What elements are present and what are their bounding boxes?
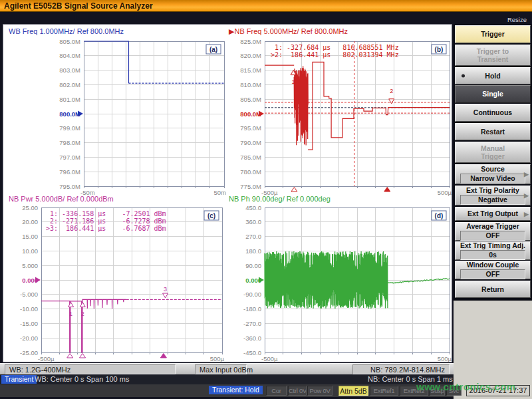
softkey-label: Continuous <box>473 108 512 117</box>
marker-readout-line: 2: -271.186 µs -6.7278 dBm <box>46 217 166 225</box>
sidebar-button-trigger[interactable]: Trigger <box>455 25 531 43</box>
status-indicator-extref1: ExtRef1 <box>370 386 398 396</box>
window-titlebar: Agilent E5052B Signal Source Analyzer <box>0 0 532 12</box>
softkey-value: Negative <box>460 195 525 205</box>
trigger-state-badge: Transient: Hold <box>209 386 263 394</box>
sidebar-button-ext-trig-timing-adj-[interactable]: Ext Trig Timing Adj.0s <box>455 241 531 260</box>
softkey-label: Transient <box>477 55 509 64</box>
marker-readout-b: 1: -327.684 µs 816.688551 MHz>2: 186.441… <box>271 44 399 59</box>
status-indicator-cor: Cor <box>266 386 287 396</box>
sidebar-button-continuous[interactable]: Continuous <box>455 104 531 122</box>
nb-range-readout: NB: 789.2M-814.8MHz <box>352 364 450 374</box>
marker-readout-line: >2: 186.441 µs 802.031394 MHz <box>271 51 399 59</box>
submenu-arrow-icon: ▶ <box>524 209 529 218</box>
sidebar-button-window-couple[interactable]: Window CoupleOFF <box>455 261 531 279</box>
plot-d-title: NB Ph 90.00deg/ Ref 0.000deg <box>229 195 331 203</box>
marker-readout-line: >3: 186.441 µs -6.7687 dBm <box>46 225 166 232</box>
sidebar-button-restart[interactable]: Restart <box>455 123 531 140</box>
wb-range-readout: WB: 1.2G-400MHz <box>5 364 176 374</box>
softkey-label: Trigger <box>481 152 505 161</box>
marker-readout-c: 1: -336.158 µs -7.2501 dBm 2: -271.186 µ… <box>46 210 166 232</box>
sidebar-button-trigger-to: Trigger toTransient <box>455 45 531 66</box>
max-input-readout: Max Input 0dBm <box>195 364 247 374</box>
watermark: www.cntronics.com <box>416 381 516 392</box>
softkey-label: Restart <box>481 128 505 136</box>
softkey-label: Manual <box>481 144 505 153</box>
softkey-label: Single <box>482 90 503 98</box>
sidebar-button-ext-trig-output[interactable]: Ext Trig Output▶ <box>455 207 531 221</box>
softkey-label: Trigger <box>481 30 505 39</box>
softkey-label: Ext Trig Output <box>467 209 518 218</box>
sidebar-button-hold[interactable]: Hold <box>455 67 531 84</box>
softkey-value: Narrow Video <box>460 174 525 184</box>
sidebar-button-manual: ManualTrigger <box>455 142 531 163</box>
sidebar-button-return[interactable]: Return <box>455 281 531 298</box>
softkey-label: Average Trigger <box>466 222 519 231</box>
softkey-label: Ext Trig Timing Adj. <box>460 241 525 250</box>
softkey-value: 0s <box>460 250 525 260</box>
plot-b-header: ▶NB Freq 5.000MHz/ Ref 800.0MHz <box>229 27 348 36</box>
softkey-label: Hold <box>485 72 500 80</box>
softkey-value: OFF <box>460 231 525 241</box>
plot-panel <box>3 24 452 362</box>
sidebar-button-ext-trig-polarity[interactable]: Ext Trig PolarityNegative▶ <box>455 186 531 205</box>
softkey-value: OFF <box>460 269 525 279</box>
softkey-label: Window Couple <box>467 261 519 269</box>
sidebar-button-single[interactable]: Single <box>455 85 531 103</box>
state-bullet-icon <box>462 74 465 78</box>
status-indicator-ctrl-0v: Ctrl 0V <box>288 386 307 396</box>
sweep-bar: Transient WB: Center 0 s Span 100 ms NB:… <box>0 374 454 384</box>
mode-badge: Transient <box>1 375 37 384</box>
marker-readout-line: 1: -327.684 µs 816.688551 MHz <box>271 44 399 51</box>
plot-a-title: WB Freq 1.000MHz/ Ref 800.0MHz <box>9 27 124 35</box>
wb-sweep-readout: WB: Center 0 s Span 100 ms <box>35 375 129 383</box>
plot-c-title: NB Pwr 5.000dB/ Ref 0.000dBm <box>9 195 114 203</box>
status-indicator-pow-0v: Pow 0V <box>307 386 332 396</box>
info-bar: WB: 1.2G-400MHz Max Input 0dBm NB: 789.2… <box>0 363 454 374</box>
softkey-label: Return <box>481 285 504 294</box>
submenu-arrow-icon: ▶ <box>524 192 529 200</box>
softkey-label: Ext Trig Polarity <box>466 186 519 195</box>
sidebar-button-average-trigger[interactable]: Average TriggerOFF <box>455 222 531 241</box>
softkey-label: Source <box>481 165 505 174</box>
window-title: Agilent E5052B Signal Source Analyzer <box>4 1 153 11</box>
marker-readout-line: 1: -336.158 µs -7.2501 dBm <box>46 210 166 217</box>
sidebar-button-source[interactable]: SourceNarrow Video▶ <box>455 164 531 184</box>
status-indicator-attn-5db: Attn 5dB <box>338 386 368 396</box>
submenu-arrow-icon: ▶ <box>524 170 529 179</box>
plot-b-title: NB Freq 5.000MHz/ Ref 800.0MHz <box>234 27 348 35</box>
resize-label[interactable]: Resize <box>507 16 527 23</box>
softkey-label: Trigger to <box>477 47 509 56</box>
